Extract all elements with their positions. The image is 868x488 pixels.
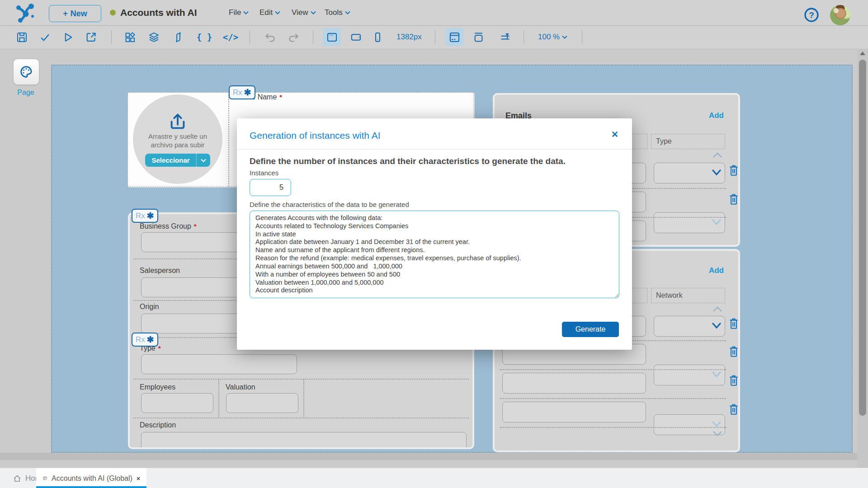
header-region-button[interactable] <box>469 28 487 46</box>
social-network-select[interactable] <box>654 365 725 385</box>
menu-view[interactable]: View <box>292 8 316 17</box>
bindings-button[interactable] <box>169 28 187 46</box>
salesperson-label: Salesperson <box>140 267 180 275</box>
delete-row-icon[interactable] <box>728 345 740 358</box>
scrollbar-up-icon[interactable] <box>859 51 866 56</box>
header-region-icon <box>472 31 485 43</box>
scroll-up-icon[interactable] <box>712 306 722 312</box>
save-button[interactable] <box>13 28 31 46</box>
undo-button[interactable] <box>261 28 279 46</box>
file-upload-dropzone[interactable]: Arrastre y suelte un archivo para subir … <box>133 94 222 184</box>
new-button[interactable]: + New <box>49 5 101 22</box>
delete-row-icon[interactable] <box>728 403 740 416</box>
page-palette-button[interactable] <box>13 59 39 85</box>
validate-button[interactable] <box>36 28 54 46</box>
rx-label: Rx <box>233 88 242 97</box>
zoom-selector[interactable]: 100 % <box>538 33 567 42</box>
rx-expression-badge[interactable]: Rx✱ <box>132 209 158 223</box>
chevron-down-icon <box>311 11 316 14</box>
desktop-view-icon <box>326 31 338 43</box>
rx-expression-badge[interactable]: Rx✱ <box>132 333 158 347</box>
rx-expression-badge[interactable]: Rx ✱ <box>229 85 255 99</box>
tablet-view-button[interactable] <box>347 28 365 46</box>
close-icon[interactable]: ✕ <box>611 129 618 140</box>
social-value-input[interactable] <box>502 373 646 394</box>
generate-button[interactable]: Generate <box>562 322 619 337</box>
employees-input[interactable] <box>141 393 213 413</box>
chevron-down-icon <box>345 11 350 14</box>
social-column-network: Network <box>651 288 725 303</box>
source-code-button[interactable]: </> <box>222 28 240 46</box>
dialog-divider <box>237 149 632 150</box>
tab-accounts-with-ai[interactable]: Accounts with AI (Global) <box>36 468 146 488</box>
spacing-icon <box>499 31 511 43</box>
toolbar-separator <box>313 30 313 44</box>
vertical-scrollbar-thumb[interactable] <box>859 60 866 416</box>
braces-icon: { } <box>197 32 212 42</box>
menu-file[interactable]: File <box>229 8 249 17</box>
dialog-heading: Define the number of instances and their… <box>250 156 566 166</box>
select-file-label: Seleccionar <box>145 154 196 167</box>
delete-row-icon[interactable] <box>728 374 740 387</box>
menu-edit[interactable]: Edit <box>259 8 280 17</box>
social-add-button[interactable]: Add <box>709 266 724 275</box>
delete-row-icon[interactable] <box>728 317 740 330</box>
email-type-select[interactable] <box>654 212 725 233</box>
origin-label: Origin <box>140 303 159 311</box>
canvas-width-value: 1382px <box>396 33 422 42</box>
scroll-down-icon[interactable] <box>712 431 722 437</box>
undo-icon <box>264 31 276 43</box>
required-marker: * <box>279 93 282 101</box>
chevron-down-icon <box>712 169 721 176</box>
select-file-dropdown[interactable] <box>196 154 210 167</box>
scroll-up-icon[interactable] <box>712 152 722 158</box>
header-bar: + New Accounts with AI File Edit View To… <box>0 0 868 26</box>
toolbar-separator <box>250 30 250 44</box>
form-icon <box>42 474 47 483</box>
delete-row-icon[interactable] <box>728 164 740 177</box>
page-regions-button[interactable] <box>445 28 463 46</box>
valuation-input[interactable] <box>226 393 298 413</box>
user-avatar[interactable] <box>830 5 850 25</box>
chevron-down-icon <box>201 159 206 162</box>
menu-tools-label: Tools <box>325 8 343 17</box>
emails-column-type: Type <box>651 134 725 149</box>
chevron-down-icon <box>712 219 721 225</box>
app-logo[interactable] <box>14 3 35 23</box>
page-regions-icon <box>448 31 461 43</box>
layers-button[interactable] <box>145 28 163 46</box>
characteristics-textarea[interactable]: Generates Accounts with the following da… <box>250 211 619 298</box>
type-input[interactable] <box>141 354 297 374</box>
social-value-input[interactable] <box>502 402 646 422</box>
select-file-button[interactable]: Seleccionar <box>145 154 210 167</box>
zoom-value: 100 % <box>538 33 560 42</box>
description-input[interactable] <box>141 432 467 449</box>
run-button[interactable] <box>59 28 77 46</box>
help-button[interactable]: ? <box>803 7 820 23</box>
social-network-select[interactable] <box>654 316 725 337</box>
column-separator <box>303 380 304 417</box>
delete-row-icon[interactable] <box>728 192 740 206</box>
ai-generation-dialog: Generation of instances with AI ✕ Define… <box>237 118 632 350</box>
instances-input[interactable] <box>250 179 291 196</box>
horizontal-scroll-strip[interactable] <box>0 453 857 460</box>
email-type-select[interactable] <box>654 163 725 183</box>
components-button[interactable] <box>121 28 139 46</box>
bottom-tab-bar: Home Accounts with AI (Global) <box>0 468 868 488</box>
phone-view-button[interactable] <box>368 28 387 46</box>
toolbar-separator <box>524 30 524 44</box>
menu-view-label: View <box>292 8 308 17</box>
close-tab-icon[interactable] <box>137 475 140 482</box>
expressions-button[interactable]: { } <box>195 28 213 46</box>
redo-button[interactable] <box>284 28 302 46</box>
menu-tools[interactable]: Tools <box>325 8 350 17</box>
spacing-button[interactable] <box>496 28 514 46</box>
export-button[interactable] <box>82 28 100 46</box>
toolbar-separator <box>435 30 435 44</box>
employees-label: Employees <box>140 383 175 391</box>
chevron-down-icon <box>243 11 249 14</box>
desktop-view-button[interactable] <box>323 28 341 46</box>
emails-add-button[interactable]: Add <box>709 111 724 120</box>
export-icon <box>85 31 97 43</box>
chevron-down-icon <box>562 35 567 39</box>
